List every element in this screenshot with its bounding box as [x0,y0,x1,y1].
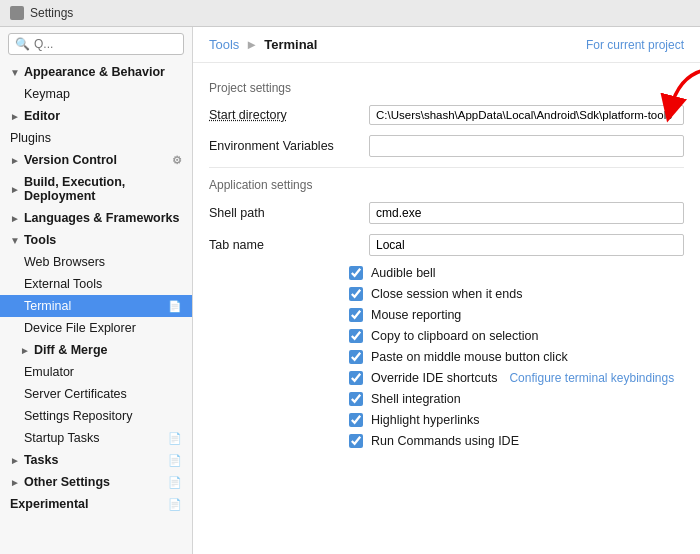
tab-name-input[interactable] [369,234,684,256]
sidebar-item-emulator[interactable]: Emulator [0,361,192,383]
start-directory-label[interactable]: Start directory [209,108,359,122]
checkbox-paste-middle[interactable] [349,350,363,364]
sidebar: 🔍 ▼ Appearance & Behavior Keymap ► Edito… [0,27,193,554]
sidebar-item-label: Terminal [24,299,71,313]
project-settings-title: Project settings [209,81,684,95]
checkbox-label-run-commands: Run Commands using IDE [371,434,519,448]
checkbox-shell-integration[interactable] [349,392,363,406]
start-directory-input-wrapper [369,105,684,125]
tab-name-label: Tab name [209,238,359,252]
checkbox-override-ide[interactable] [349,371,363,385]
start-directory-row: Start directory [209,105,684,125]
page-icon2: 📄 [168,432,182,445]
checkbox-row-highlight-hyperlinks: Highlight hyperlinks [209,413,684,427]
sidebar-item-other-settings[interactable]: ► Other Settings 📄 [0,471,192,493]
sidebar-item-tasks[interactable]: ► Tasks 📄 [0,449,192,471]
title-bar: Settings [0,0,700,27]
expand-arrow: ► [10,477,20,488]
settings-cog-icon: ⚙ [172,154,182,167]
sidebar-item-label: Settings Repository [24,409,132,423]
page-icon5: 📄 [168,498,182,511]
checkbox-row-close-session: Close session when it ends [209,287,684,301]
sidebar-item-label: Version Control [24,153,117,167]
expand-arrow: ► [10,111,20,122]
breadcrumb-current: Terminal [264,37,317,52]
sidebar-item-plugins[interactable]: Plugins [0,127,192,149]
checkbox-row-audible-bell: Audible bell [209,266,684,280]
checkbox-row-run-commands: Run Commands using IDE [209,434,684,448]
sidebar-item-label: Other Settings [24,475,110,489]
sidebar-item-tools[interactable]: ▼ Tools [0,229,192,251]
page-icon4: 📄 [168,476,182,489]
checkbox-row-copy-clipboard: Copy to clipboard on selection [209,329,684,343]
sidebar-item-diff-merge[interactable]: ► Diff & Merge [0,339,192,361]
sidebar-item-label: Tasks [24,453,59,467]
sidebar-item-label: Editor [24,109,60,123]
search-box[interactable]: 🔍 [8,33,184,55]
checkbox-label-shell-integration: Shell integration [371,392,461,406]
sidebar-item-version-control[interactable]: ► Version Control ⚙ [0,149,192,171]
expand-arrow: ► [10,213,20,224]
sidebar-item-label: Diff & Merge [34,343,108,357]
sidebar-item-editor[interactable]: ► Editor [0,105,192,127]
content-area: Tools ► Terminal For current project Pro… [193,27,700,554]
breadcrumb-parent[interactable]: Tools [209,37,239,52]
keybindings-link[interactable]: Configure terminal keybindings [509,371,674,385]
search-input[interactable] [34,37,177,51]
checkbox-label-audible-bell: Audible bell [371,266,436,280]
shell-path-input[interactable] [369,202,684,224]
start-directory-input[interactable] [369,105,684,125]
checkbox-run-commands[interactable] [349,434,363,448]
expand-arrow: ▼ [10,235,20,246]
sidebar-item-label: Web Browsers [24,255,105,269]
app-settings-title: Application settings [209,178,684,192]
env-vars-label: Environment Variables [209,139,359,153]
sidebar-item-label: Plugins [10,131,51,145]
expand-arrow: ► [20,345,30,356]
shell-path-row: Shell path [209,202,684,224]
sidebar-item-label: Startup Tasks [24,431,100,445]
breadcrumb: Tools ► Terminal For current project [193,27,700,63]
sidebar-item-label: Keymap [24,87,70,101]
page-icon3: 📄 [168,454,182,467]
sidebar-item-keymap[interactable]: Keymap [0,83,192,105]
sidebar-item-appearance-behavior[interactable]: ▼ Appearance & Behavior [0,61,192,83]
checkbox-copy-clipboard[interactable] [349,329,363,343]
expand-arrow: ▼ [10,67,20,78]
checkbox-highlight-hyperlinks[interactable] [349,413,363,427]
sidebar-item-web-browsers[interactable]: Web Browsers [0,251,192,273]
sidebar-item-label: Device File Explorer [24,321,136,335]
env-vars-input[interactable] [369,135,684,157]
checkboxes-container: Audible bellClose session when it endsMo… [209,266,684,448]
checkbox-label-highlight-hyperlinks: Highlight hyperlinks [371,413,479,427]
checkbox-audible-bell[interactable] [349,266,363,280]
sidebar-item-languages-frameworks[interactable]: ► Languages & Frameworks [0,207,192,229]
checkbox-close-session[interactable] [349,287,363,301]
sidebar-item-terminal[interactable]: Terminal 📄 [0,295,192,317]
sidebar-item-external-tools[interactable]: External Tools [0,273,192,295]
sidebar-item-device-file-explorer[interactable]: Device File Explorer [0,317,192,339]
checkbox-mouse-reporting[interactable] [349,308,363,322]
sidebar-item-label: Appearance & Behavior [24,65,165,79]
checkbox-label-close-session: Close session when it ends [371,287,522,301]
sidebar-item-experimental[interactable]: Experimental 📄 [0,493,192,515]
sidebar-item-label: Build, Execution, Deployment [24,175,182,203]
checkbox-label-paste-middle: Paste on middle mouse button click [371,350,568,364]
sidebar-item-build-execution[interactable]: ► Build, Execution, Deployment [0,171,192,207]
page-icon: 📄 [168,300,182,313]
checkbox-row-override-ide: Override IDE shortcutsConfigure terminal… [209,371,684,385]
checkbox-row-mouse-reporting: Mouse reporting [209,308,684,322]
expand-arrow: ► [10,455,20,466]
search-icon: 🔍 [15,37,30,51]
expand-arrow: ► [10,184,20,195]
sidebar-item-label: Languages & Frameworks [24,211,180,225]
sidebar-item-startup-tasks[interactable]: Startup Tasks 📄 [0,427,192,449]
shell-path-label: Shell path [209,206,359,220]
sidebar-item-label: Tools [24,233,56,247]
sidebar-item-server-certificates[interactable]: Server Certificates [0,383,192,405]
sidebar-item-settings-repository[interactable]: Settings Repository [0,405,192,427]
sidebar-item-label: Server Certificates [24,387,127,401]
checkbox-row-shell-integration: Shell integration [209,392,684,406]
checkbox-row-paste-middle: Paste on middle mouse button click [209,350,684,364]
breadcrumb-project-link[interactable]: For current project [586,38,684,52]
